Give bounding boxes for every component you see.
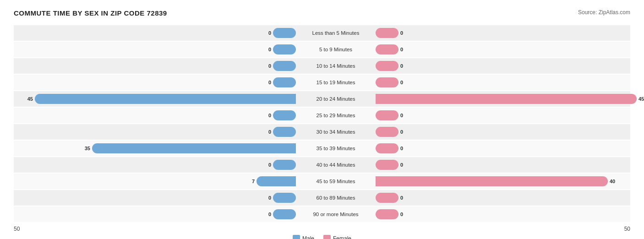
- left-section: 0: [14, 77, 298, 87]
- male-value: 0: [268, 47, 271, 52]
- row-label: 60 to 89 Minutes: [298, 195, 374, 201]
- bar-row: 0 30 to 34 Minutes 0: [14, 124, 630, 140]
- female-value: 0: [400, 129, 403, 135]
- male-bar: [273, 77, 296, 87]
- left-section: 35: [14, 143, 298, 153]
- legend-female: Female: [323, 235, 351, 239]
- left-section: 0: [14, 28, 298, 38]
- bar-row: 0 40 to 44 Minutes 0: [14, 157, 630, 173]
- female-value: 0: [400, 47, 403, 52]
- bar-row: 45 20 to 24 Minutes 45: [14, 91, 630, 107]
- bar-row: 0 15 to 19 Minutes 0: [14, 75, 630, 90]
- left-section: 45: [14, 94, 298, 104]
- female-value: 0: [400, 195, 403, 201]
- axis-right: 50: [624, 226, 630, 232]
- row-label: 45 to 59 Minutes: [298, 179, 374, 184]
- left-section: 7: [14, 176, 298, 186]
- male-value: 0: [268, 162, 271, 168]
- female-value: 0: [400, 212, 403, 217]
- axis-left: 50: [14, 226, 20, 232]
- female-bar: [376, 160, 398, 170]
- female-value: 40: [610, 179, 615, 184]
- female-value: 45: [639, 96, 644, 102]
- row-label: 30 to 34 Minutes: [298, 129, 374, 135]
- male-bar: [257, 176, 296, 186]
- right-section: 0: [374, 193, 644, 203]
- row-label: 5 to 9 Minutes: [298, 47, 374, 52]
- row-label: 25 to 29 Minutes: [298, 113, 374, 118]
- male-bar: [273, 28, 296, 38]
- female-bar: [376, 94, 637, 104]
- header: COMMUTE TIME BY SEX IN ZIP CODE 72839 So…: [14, 9, 630, 17]
- bar-row: 35 35 to 39 Minutes 0: [14, 141, 630, 156]
- male-value: 0: [268, 80, 271, 85]
- bar-row: 0 10 to 14 Minutes 0: [14, 58, 630, 74]
- male-bar: [92, 143, 296, 153]
- right-section: 0: [374, 28, 644, 38]
- female-value: 0: [400, 30, 403, 36]
- male-bar: [273, 209, 296, 219]
- male-value: 0: [268, 129, 271, 135]
- left-section: 0: [14, 193, 298, 203]
- row-label: 35 to 39 Minutes: [298, 146, 374, 151]
- bar-row: 0 5 to 9 Minutes 0: [14, 42, 630, 57]
- right-section: 0: [374, 143, 644, 153]
- male-value: 0: [268, 195, 271, 201]
- female-bar: [376, 28, 398, 38]
- left-section: 0: [14, 61, 298, 71]
- male-bar: [35, 94, 296, 104]
- row-label: Less than 5 Minutes: [298, 30, 374, 36]
- male-value: 0: [268, 113, 271, 118]
- row-label: 90 or more Minutes: [298, 212, 374, 217]
- male-bar: [273, 193, 296, 203]
- male-value: 45: [27, 96, 33, 102]
- right-section: 0: [374, 160, 644, 170]
- female-bar: [376, 209, 398, 219]
- female-bar: [376, 61, 398, 71]
- right-section: 0: [374, 44, 644, 54]
- female-legend-label: Female: [333, 235, 351, 239]
- male-legend-label: Male: [302, 235, 314, 239]
- legend: Male Female: [14, 235, 630, 239]
- right-section: 0: [374, 77, 644, 87]
- left-section: 0: [14, 160, 298, 170]
- male-bar: [273, 61, 296, 71]
- male-value: 7: [252, 179, 255, 184]
- male-color-swatch: [293, 235, 300, 239]
- right-section: 0: [374, 110, 644, 120]
- left-section: 0: [14, 44, 298, 54]
- female-bar: [376, 176, 608, 186]
- right-section: 40: [374, 176, 644, 186]
- female-value: 0: [400, 63, 403, 69]
- row-label: 40 to 44 Minutes: [298, 162, 374, 168]
- bar-row: 7 45 to 59 Minutes 40: [14, 174, 630, 189]
- female-color-swatch: [323, 235, 331, 239]
- female-bar: [376, 77, 398, 87]
- female-value: 0: [400, 146, 403, 151]
- female-bar: [376, 143, 398, 153]
- right-section: 45: [374, 94, 644, 104]
- axis-row: 50 50: [14, 226, 630, 232]
- right-section: 0: [374, 61, 644, 71]
- male-value: 0: [268, 30, 271, 36]
- right-section: 0: [374, 209, 644, 219]
- chart-container: COMMUTE TIME BY SEX IN ZIP CODE 72839 So…: [14, 9, 630, 239]
- row-label: 15 to 19 Minutes: [298, 80, 374, 85]
- left-section: 0: [14, 110, 298, 120]
- male-value: 35: [85, 146, 90, 151]
- legend-male: Male: [293, 235, 314, 239]
- male-bar: [273, 160, 296, 170]
- female-bar: [376, 110, 398, 120]
- chart-title: COMMUTE TIME BY SEX IN ZIP CODE 72839: [14, 9, 167, 17]
- left-section: 0: [14, 209, 298, 219]
- bar-row: 0 25 to 29 Minutes 0: [14, 108, 630, 123]
- male-value: 0: [268, 63, 271, 69]
- male-value: 0: [268, 212, 271, 217]
- row-label: 10 to 14 Minutes: [298, 63, 374, 69]
- female-bar: [376, 44, 398, 54]
- female-value: 0: [400, 113, 403, 118]
- female-value: 0: [400, 162, 403, 168]
- female-bar: [376, 127, 398, 137]
- left-section: 0: [14, 127, 298, 137]
- source-label: Source: ZipAtlas.com: [578, 9, 630, 16]
